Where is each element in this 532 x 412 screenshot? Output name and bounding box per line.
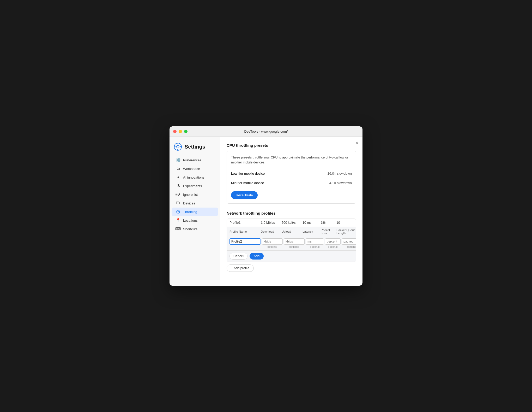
svg-point-1 <box>177 145 179 148</box>
window-title: DevTools - www.google.com/ <box>244 130 288 133</box>
main-content: Settings ⚙️ Preferences 🗂 Workspace ✦ AI… <box>170 137 362 286</box>
sidebar-item-workspace[interactable]: 🗂 Workspace <box>172 164 218 173</box>
traffic-lights <box>173 130 188 133</box>
locations-icon: 📍 <box>176 218 180 223</box>
ai-innovations-icon: ✦ <box>176 175 180 180</box>
cpu-section-title: CPU throttling presets <box>227 143 356 148</box>
new-profile-input-row: optional optional optional optional <box>227 236 356 250</box>
profile-table-headers: Profile Name Download Upload Latency Pac… <box>227 227 356 236</box>
recalibrate-button[interactable]: Recalibrate <box>231 191 258 199</box>
download-optional-label: optional <box>262 245 283 248</box>
close-button[interactable]: × <box>355 140 358 145</box>
svg-point-5 <box>180 146 181 147</box>
workspace-icon: 🗂 <box>176 166 180 171</box>
profile1-download: 1.0 Mbit/s <box>261 221 282 225</box>
settings-logo-icon <box>174 143 182 151</box>
header-packet-queue: Packet Queue Length <box>336 228 356 235</box>
cpu-low-tier-value: 16.0× slowdown <box>327 172 352 175</box>
svg-point-9 <box>178 211 179 212</box>
packet-loss-input-wrapper: optional <box>325 238 341 248</box>
latency-input[interactable] <box>306 238 324 245</box>
cpu-mid-tier-value: 4.1× slowdown <box>329 181 352 185</box>
cpu-throttling-section: CPU throttling presets These presets thr… <box>227 143 356 204</box>
profile1-latency: 10 ms <box>303 221 321 225</box>
profile1-name: Profile1 <box>229 221 261 225</box>
profile-name-input-wrapper <box>229 238 261 245</box>
latency-optional-label: optional <box>306 245 324 248</box>
cancel-button[interactable]: Cancel <box>229 253 247 260</box>
experiments-icon: ⚗ <box>176 184 180 188</box>
upload-optional-label: optional <box>284 245 305 248</box>
add-profile-row: + Add profile <box>227 264 356 272</box>
settings-title: Settings <box>185 144 205 150</box>
svg-rect-7 <box>179 202 180 204</box>
sidebar-item-ai-innovations[interactable]: ✦ AI innovations <box>172 173 218 181</box>
cpu-description: These presets throttle your CPU to appro… <box>231 155 352 165</box>
add-profile-button[interactable]: + Add profile <box>227 264 254 272</box>
settings-header: Settings <box>170 141 220 156</box>
sidebar-item-locations-label: Locations <box>183 219 198 222</box>
packet-queue-input[interactable] <box>342 238 356 245</box>
minimize-traffic-light[interactable] <box>179 130 182 133</box>
sidebar-item-locations[interactable]: 📍 Locations <box>172 216 218 225</box>
sidebar-item-preferences-label: Preferences <box>183 158 201 162</box>
cpu-mid-tier-row: Mid-tier mobile device 4.1× slowdown <box>231 178 352 187</box>
sidebar-item-ignore-label: Ignore list <box>183 193 198 197</box>
profile-actions-row: Cancel Add <box>227 250 356 262</box>
download-input-wrapper: optional <box>262 238 283 248</box>
sidebar-item-ai-label: AI innovations <box>183 175 204 179</box>
header-upload: Upload <box>282 230 303 233</box>
sidebar-item-preferences[interactable]: ⚙️ Preferences <box>172 156 218 164</box>
sidebar-item-shortcuts[interactable]: ⌨ Shortcuts <box>172 225 218 233</box>
sidebar-item-throttling-label: Throttling <box>183 210 197 214</box>
header-download: Download <box>261 230 282 233</box>
svg-point-4 <box>174 146 176 147</box>
packet-loss-input[interactable] <box>325 238 341 245</box>
profile-name-input[interactable] <box>229 238 261 245</box>
sidebar-item-experiments[interactable]: ⚗ Experiments <box>172 182 218 190</box>
titlebar: DevTools - www.google.com/ <box>170 126 362 137</box>
upload-input-wrapper: optional <box>284 238 305 248</box>
existing-profile-row: Profile1 1.0 Mbit/s 500 kbit/s 10 ms 1% … <box>227 219 356 227</box>
profile1-packet-queue: 10 <box>336 221 356 225</box>
sidebar-item-devices[interactable]: Devices <box>172 199 218 207</box>
sidebar-item-throttling[interactable]: Throttling <box>172 208 218 216</box>
upload-input[interactable] <box>284 238 305 245</box>
cpu-throttling-card: These presets throttle your CPU to appro… <box>227 151 356 204</box>
packet-loss-optional-label: optional <box>325 245 341 248</box>
header-profile-name: Profile Name <box>229 230 261 233</box>
sidebar-item-experiments-label: Experiments <box>183 184 202 188</box>
sidebar-item-devices-label: Devices <box>183 201 195 205</box>
sidebar-item-ignore-list[interactable]: ≡✗ Ignore list <box>172 190 218 199</box>
svg-rect-6 <box>176 202 179 204</box>
preferences-icon: ⚙️ <box>176 158 180 162</box>
cpu-mid-tier-label: Mid-tier mobile device <box>231 181 264 185</box>
packet-queue-optional-label: optional <box>342 245 356 248</box>
svg-point-2 <box>177 143 178 144</box>
header-packet-loss: Packet Loss <box>321 228 336 235</box>
svg-point-3 <box>177 149 178 150</box>
devices-icon <box>176 201 180 205</box>
profile1-upload: 500 kbit/s <box>282 221 303 225</box>
network-section-title: Network throttling profiles <box>227 211 356 215</box>
devtools-window: DevTools - www.google.com/ Settings ⚙️ P… <box>170 126 362 286</box>
add-button[interactable]: Add <box>250 253 264 260</box>
close-traffic-light[interactable] <box>173 130 177 133</box>
cpu-low-tier-label: Low-tier mobile device <box>231 172 265 175</box>
cpu-low-tier-row: Low-tier mobile device 16.0× slowdown <box>231 169 352 178</box>
throttling-icon <box>176 209 180 214</box>
shortcuts-icon: ⌨ <box>176 227 180 231</box>
sidebar-item-shortcuts-label: Shortcuts <box>183 227 197 231</box>
main-panel: × CPU throttling presets These presets t… <box>220 137 362 286</box>
packet-queue-input-wrapper: optional <box>342 238 356 248</box>
download-input[interactable] <box>262 238 283 245</box>
profile1-packet-loss: 1% <box>321 221 336 225</box>
ignore-list-icon: ≡✗ <box>176 192 180 197</box>
sidebar: Settings ⚙️ Preferences 🗂 Workspace ✦ AI… <box>170 137 220 286</box>
network-throttling-section: Network throttling profiles Profile1 1.0… <box>227 211 356 272</box>
sidebar-item-workspace-label: Workspace <box>183 167 200 171</box>
header-latency: Latency <box>303 230 321 233</box>
latency-input-wrapper: optional <box>306 238 324 248</box>
network-profiles-table: Profile1 1.0 Mbit/s 500 kbit/s 10 ms 1% … <box>227 219 356 262</box>
maximize-traffic-light[interactable] <box>184 130 188 133</box>
